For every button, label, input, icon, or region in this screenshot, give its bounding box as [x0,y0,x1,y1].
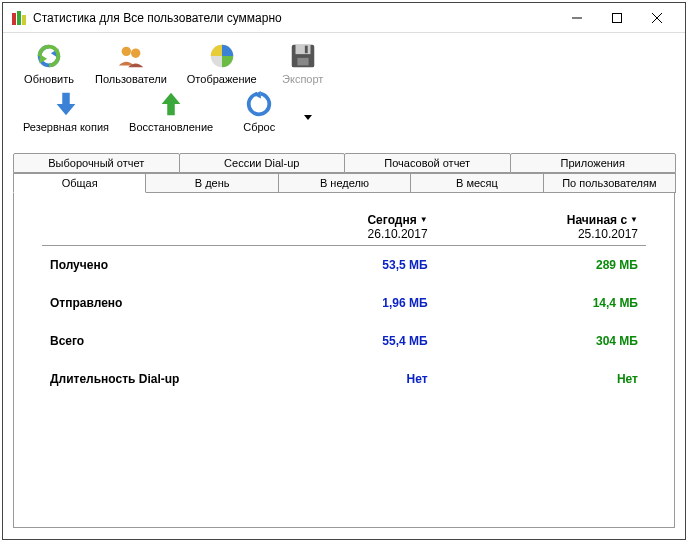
total-since: 304 МБ [436,322,646,360]
save-icon [288,41,318,71]
stats-table: Сегодня▼ Начиная с▼ 26.10.2017 25.10.201… [42,211,646,398]
export-label: Экспорт [282,73,323,85]
tab-per-user[interactable]: По пользователям [543,173,676,193]
display-icon [207,41,237,71]
refresh-icon [34,41,64,71]
svg-marker-23 [304,115,312,120]
svg-rect-0 [12,13,16,25]
close-button[interactable] [637,4,677,32]
export-button[interactable]: Экспорт [267,39,339,87]
row-sent-label: Отправлено [42,284,252,322]
tab-dialup-sessions[interactable]: Сессии Dial-up [179,153,346,173]
dialup-today: Нет [252,360,436,398]
tabs: Выборочный отчет Сессии Dial-up Почасово… [13,153,675,193]
reset-button[interactable]: Сброс [223,87,295,135]
svg-point-10 [131,49,140,58]
toolbar-row-2: Резервная копия Восстановление Сброс [13,87,675,147]
svg-rect-2 [22,15,26,25]
svg-rect-1 [17,11,21,25]
tab-per-month[interactable]: В месяц [410,173,543,193]
sent-today: 1,96 МБ [252,284,436,322]
titlebar: Статистика для Все пользователи суммарно [3,3,685,33]
tab-hourly-report[interactable]: Почасовой отчет [344,153,511,173]
tab-per-day[interactable]: В день [145,173,278,193]
dropdown-icon: ▼ [630,215,638,224]
toolbar-overflow[interactable] [299,87,317,147]
svg-rect-4 [613,13,622,22]
refresh-button[interactable]: Обновить [13,39,85,87]
app-window: Статистика для Все пользователи суммарно… [2,2,686,540]
total-today: 55,4 МБ [252,322,436,360]
users-label: Пользователи [95,73,167,85]
svg-rect-16 [62,93,70,104]
row-received-label: Получено [42,246,252,285]
tab-row-bottom: Общая В день В неделю В месяц По пользов… [13,173,675,193]
tab-selective-report[interactable]: Выборочный отчет [13,153,180,173]
sent-since: 14,4 МБ [436,284,646,322]
col-since-header[interactable]: Начиная с▼ [436,211,646,227]
maximize-button[interactable] [597,4,637,32]
tab-per-week[interactable]: В неделю [278,173,411,193]
dropdown-icon: ▼ [420,215,428,224]
toolbar-row-1: Обновить Пользователи Отображение Экспор… [13,39,675,87]
dialup-since: Нет [436,360,646,398]
svg-rect-14 [297,58,308,66]
display-label: Отображение [187,73,257,85]
svg-marker-17 [57,104,76,115]
tab-applications[interactable]: Приложения [510,153,677,173]
row-dialup-label: Длительность Dial-up [42,360,252,398]
received-today: 53,5 МБ [252,246,436,285]
backup-label: Резервная копия [23,121,109,133]
svg-rect-13 [295,45,310,54]
restore-button[interactable]: Восстановление [119,87,223,135]
row-total-label: Всего [42,322,252,360]
window-title: Статистика для Все пользователи суммарно [33,11,557,25]
users-button[interactable]: Пользователи [85,39,177,87]
tab-row-top: Выборочный отчет Сессии Dial-up Почасово… [13,153,675,173]
backup-button[interactable]: Резервная копия [13,87,119,135]
col-since-date: 25.10.2017 [436,227,646,246]
tab-general[interactable]: Общая [13,173,146,193]
users-icon [116,41,146,71]
download-arrow-icon [51,89,81,119]
minimize-button[interactable] [557,4,597,32]
toolbar: Обновить Пользователи Отображение Экспор… [3,33,685,149]
reset-icon [244,89,274,119]
svg-point-9 [122,47,131,56]
refresh-label: Обновить [24,73,74,85]
display-button[interactable]: Отображение [177,39,267,87]
svg-rect-15 [305,46,308,54]
upload-arrow-icon [156,89,186,119]
reset-label: Сброс [243,121,275,133]
received-since: 289 МБ [436,246,646,285]
col-today-date: 26.10.2017 [252,227,436,246]
svg-rect-18 [167,104,175,115]
svg-marker-19 [162,93,181,104]
restore-label: Восстановление [129,121,213,133]
app-icon [11,10,27,26]
stats-panel: Сегодня▼ Начиная с▼ 26.10.2017 25.10.201… [13,192,675,528]
col-today-header[interactable]: Сегодня▼ [252,211,436,227]
